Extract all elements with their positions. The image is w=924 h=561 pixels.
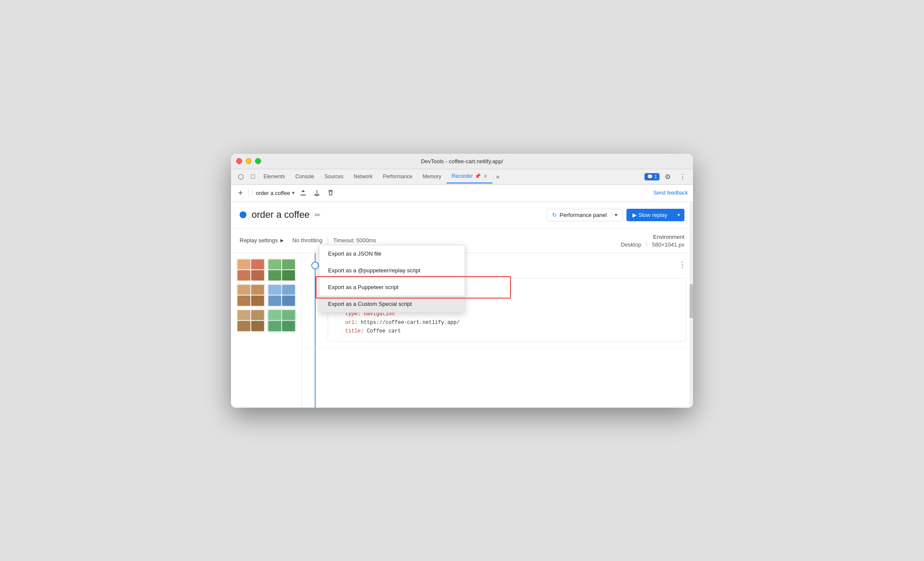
tab-performance[interactable]: Performance <box>378 170 418 183</box>
delete-recording-button[interactable] <box>325 188 336 198</box>
timeout-info: Timeout: 5000ms <box>333 237 376 244</box>
recording-dropdown-arrow[interactable]: ▾ <box>292 190 295 196</box>
traffic-lights <box>236 158 261 164</box>
screenshot-thumb[interactable] <box>236 284 265 307</box>
screenshot-thumb[interactable] <box>236 309 265 332</box>
send-feedback-link[interactable]: Send feedback <box>653 190 688 196</box>
code-title-val: Coffee cart <box>367 328 401 334</box>
window-title: DevTools - coffee-cart.netlify.app/ <box>421 158 503 165</box>
screenshot-thumb[interactable] <box>267 258 296 282</box>
tab-network[interactable]: Network <box>349 170 378 183</box>
slow-replay-label: Slow replay <box>638 212 667 218</box>
export-dropdown-menu: Export as a JSON file Export as a @puppe… <box>319 245 465 313</box>
header-right-actions: ↻ Performance panel ▾ ▶ Slow replay ▾ <box>547 209 684 221</box>
export-puppeteer-option[interactable]: Export as a Puppeteer script <box>319 279 465 296</box>
replay-settings-label-text: Replay settings <box>240 237 278 244</box>
slow-replay-main-button[interactable]: ▶ Slow replay <box>626 209 673 221</box>
recording-status-dot <box>240 211 246 218</box>
pin-icon: 📌 <box>474 173 481 179</box>
tab-recorder[interactable]: Recorder 📌 ✕ <box>447 170 492 183</box>
recorder-tab-label: Recorder <box>452 173 473 179</box>
export-custom-special-option[interactable]: Export as a Custom Special script <box>319 296 465 312</box>
environment-type: Desktop <box>621 241 641 248</box>
step-circle <box>311 262 319 269</box>
device-icon[interactable]: □ <box>247 171 258 182</box>
new-recording-button[interactable]: + <box>236 186 245 200</box>
titlebar: DevTools - coffee-cart.netlify.app/ <box>231 154 693 169</box>
environment-resolution: 580×1041 px <box>652 241 684 248</box>
tab-console[interactable]: Console <box>290 170 319 183</box>
performance-panel-button[interactable]: ↻ Performance panel ▾ <box>547 209 623 221</box>
play-icon: ▶ <box>632 212 638 218</box>
screenshot-grid <box>236 258 296 332</box>
recorder-toolbar: + order a coffee ▾ Send feedback <box>231 185 693 202</box>
export-puppeteer-replay-option[interactable]: Export as a @puppeteer/replay script <box>319 262 465 279</box>
devtools-tab-bar: ⬡ □ Elements Console Sources Network Per… <box>231 169 693 185</box>
settings-icon[interactable]: ⚙ <box>661 171 674 183</box>
environment-info: Environment Desktop | 580×1041 px <box>621 233 684 248</box>
main-panel: order a coffee ✏ ↻ Performance panel ▾ ▶… <box>231 202 693 408</box>
tab-close-icon[interactable]: ✕ <box>483 174 487 179</box>
tab-memory[interactable]: Memory <box>417 170 446 183</box>
slow-replay-button[interactable]: ▶ Slow replay ▾ <box>626 209 684 221</box>
step-more-icon[interactable]: ⋮ <box>678 260 686 269</box>
perf-panel-dropdown-icon[interactable]: ▾ <box>611 212 617 218</box>
recording-title: order a coffee <box>252 209 310 220</box>
export-json-option[interactable]: Export as a JSON file <box>319 245 465 262</box>
tab-sources[interactable]: Sources <box>319 170 349 183</box>
import-button[interactable] <box>312 188 322 198</box>
minimize-button[interactable] <box>246 158 252 164</box>
perf-panel-label: Performance panel <box>559 212 607 218</box>
close-button[interactable] <box>236 158 242 164</box>
replay-settings-arrow: ▶ <box>280 238 284 243</box>
scrollbar[interactable] <box>690 253 693 408</box>
maximize-button[interactable] <box>255 158 261 164</box>
screenshot-panel <box>231 253 302 408</box>
feedback-count: 1 <box>654 174 657 179</box>
slow-replay-dropdown-button[interactable]: ▾ <box>673 209 684 221</box>
screenshot-thumb[interactable] <box>236 258 265 282</box>
replay-settings-toggle[interactable]: Replay settings ▶ <box>240 237 284 244</box>
screenshot-thumb[interactable] <box>267 309 296 332</box>
code-inner-url-key: url <box>345 320 355 326</box>
tab-elements[interactable]: Elements <box>258 170 290 183</box>
edit-title-icon[interactable]: ✏ <box>315 211 320 219</box>
devtools-window: DevTools - coffee-cart.netlify.app/ ⬡ □ … <box>231 154 693 408</box>
settings-divider <box>328 236 328 245</box>
screenshot-thumb[interactable] <box>267 284 296 307</box>
code-inner-url-val: https://coffee-cart.netlify.app/ <box>361 320 459 326</box>
tabs-overflow-icon[interactable]: » <box>492 171 503 182</box>
code-title-key: title <box>345 328 361 334</box>
tabs-right-actions: 💬 1 ⚙ ⋮ <box>644 171 690 183</box>
recording-selector[interactable]: order a coffee ▾ <box>252 190 295 196</box>
environment-label: Environment <box>653 234 684 240</box>
export-button[interactable] <box>298 188 308 198</box>
feedback-badge[interactable]: 💬 1 <box>644 173 660 180</box>
recording-header: order a coffee ✏ ↻ Performance panel ▾ ▶… <box>231 202 693 229</box>
cursor-icon[interactable]: ⬡ <box>234 171 247 183</box>
chat-icon: 💬 <box>647 174 653 180</box>
throttle-info: No throttling <box>292 237 322 244</box>
svg-rect-0 <box>314 195 319 195</box>
recording-name-label: order a coffee <box>256 190 290 196</box>
refresh-icon: ↻ <box>552 212 557 218</box>
scrollbar-thumb[interactable] <box>690 284 693 318</box>
more-options-icon[interactable]: ⋮ <box>676 171 690 183</box>
